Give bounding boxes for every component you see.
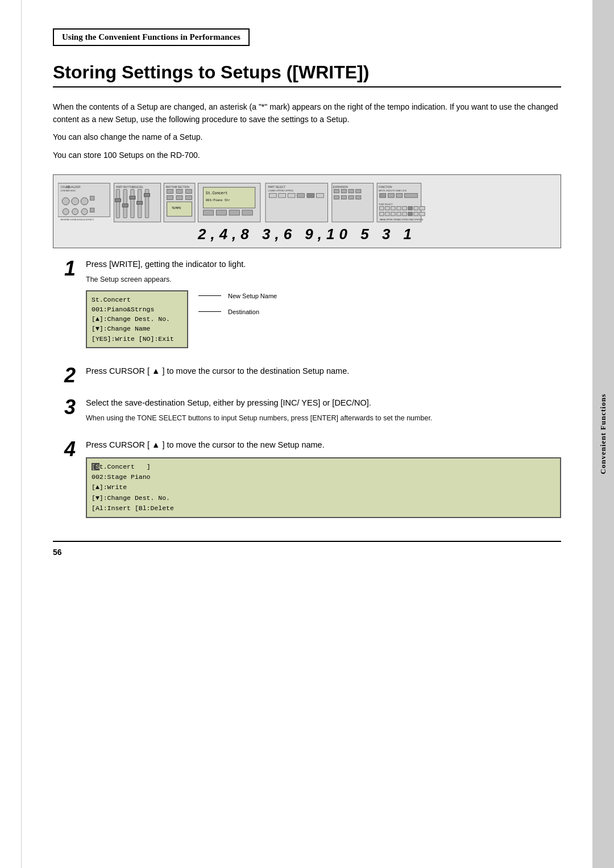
page-title: Storing Settings to Setups ([WRITE]) [53, 62, 561, 87]
step-1-sub-text: The Setup screen appears. [86, 274, 561, 285]
step-3-number: 3 [53, 397, 76, 418]
svg-rect-55 [341, 189, 346, 193]
svg-text:LOWER UPPER2 UPPER1: LOWER UPPER2 UPPER1 [268, 190, 294, 192]
svg-rect-48 [288, 193, 295, 197]
svg-rect-28 [176, 189, 182, 193]
step-4-main-text: Press CURSOR [ ▲ ] to move the cursor to… [86, 439, 561, 452]
svg-rect-84 [414, 212, 418, 215]
step-4-block: 4 Press CURSOR [ ▲ ] to move the cursor … [53, 439, 561, 524]
lcd2-line3: [▲]:Write [92, 482, 555, 493]
step-2-content: Press CURSOR [ ▲ ] to move the cursor to… [86, 365, 561, 381]
lcd-label-new-setup-text: New Setup Name [228, 293, 277, 299]
main-content: Using the Convenient Functions in Perfor… [22, 0, 592, 868]
step-3-block: 3 Select the save-destination Setup, eit… [53, 397, 561, 428]
svg-rect-66 [388, 193, 394, 197]
svg-rect-47 [279, 193, 286, 197]
svg-rect-62 [377, 183, 421, 222]
svg-rect-81 [397, 212, 401, 215]
svg-rect-17 [131, 189, 134, 218]
svg-rect-31 [176, 195, 182, 199]
svg-text:EQUALIZER: EQUALIZER [66, 185, 81, 188]
svg-rect-51 [316, 193, 323, 197]
lcd-screen-1: St.Concert 001:Piano&Strngs [▲]:Change D… [86, 290, 188, 348]
body-paragraph-2: You can also change the name of a Setup. [53, 131, 561, 144]
svg-rect-43 [265, 183, 328, 222]
svg-rect-71 [385, 206, 389, 210]
svg-rect-54 [334, 189, 339, 193]
svg-rect-40 [216, 210, 226, 215]
lcd-labels-1: New Setup Name Destination [198, 290, 277, 315]
svg-rect-57 [356, 189, 361, 193]
svg-rect-73 [397, 206, 401, 210]
svg-rect-30 [167, 195, 173, 199]
svg-rect-72 [391, 206, 395, 210]
sidebar-right-label: Convenient Functions [599, 394, 608, 474]
svg-rect-77 [420, 206, 425, 210]
svg-rect-20 [115, 199, 121, 202]
step-1-number: 1 [53, 258, 76, 279]
svg-rect-50 [307, 193, 314, 197]
svg-rect-27 [167, 189, 173, 193]
hardware-diagram: COLOR EQUALIZER LOW MID HIGH REVERB CHOR… [53, 174, 561, 248]
svg-text:FUNCTION: FUNCTION [379, 185, 392, 188]
svg-point-5 [72, 198, 79, 205]
svg-point-4 [62, 198, 69, 205]
svg-rect-70 [380, 206, 384, 210]
page-number: 56 [53, 548, 561, 557]
svg-rect-59 [341, 195, 346, 199]
svg-rect-46 [269, 193, 276, 197]
svg-rect-78 [380, 212, 384, 215]
svg-point-6 [81, 198, 88, 205]
svg-rect-68 [405, 193, 418, 197]
svg-rect-23 [137, 201, 143, 204]
svg-rect-32 [185, 195, 192, 199]
step-2-block: 2 Press CURSOR [ ▲ ] to move the cursor … [53, 365, 561, 386]
step-1-block: 1 Press [WRITE], getting the indicator t… [53, 258, 561, 354]
svg-rect-22 [130, 196, 135, 199]
svg-point-8 [63, 208, 69, 215]
lcd2-line4: [▼]:Change Dest. No. [92, 493, 555, 503]
lcd-label-destination: Destination [198, 308, 277, 315]
sidebar-left [0, 0, 22, 868]
svg-rect-42 [242, 210, 252, 215]
svg-rect-16 [123, 189, 127, 218]
lcd1-line5: [YES]:Write [NO]:Exit [92, 334, 182, 344]
svg-rect-56 [349, 189, 354, 193]
sidebar-right: Convenient Functions [592, 0, 614, 868]
svg-rect-85 [420, 212, 425, 215]
svg-text:PARA UPPER ORNMK STRNG PAD STR: PARA UPPER ORNMK STRNG PAD STR/SUS [380, 219, 424, 221]
step-2-number: 2 [53, 365, 76, 386]
svg-rect-76 [414, 206, 418, 210]
step-1-content: Press [WRITE], getting the indicator to … [86, 258, 561, 354]
section-header-text: Using the Convenient Functions in Perfor… [62, 32, 240, 41]
step-4-number: 4 [53, 439, 76, 460]
step-3-main-text: Select the save-destination Setup, eithe… [86, 397, 561, 410]
step-1-main-text: Press [WRITE], getting the indicator to … [86, 258, 561, 271]
svg-rect-39 [204, 210, 214, 215]
svg-rect-60 [349, 195, 354, 199]
svg-text:LOW  MID  HIGH: LOW MID HIGH [61, 190, 76, 192]
svg-point-9 [72, 208, 78, 215]
svg-text:001:Piano Str: 001:Piano Str [206, 198, 230, 202]
svg-rect-79 [385, 212, 389, 215]
step-3-sub-text: When using the TONE SELECT buttons to in… [86, 413, 561, 423]
diagram-numbers: 2,4,8 3,6 9,10 5 3 1 [53, 226, 561, 243]
svg-rect-80 [391, 212, 395, 215]
svg-text:RHYTHM SECTION: RHYTHM SECTION [166, 185, 189, 188]
svg-rect-67 [396, 193, 403, 197]
lcd2-line5: [Al:Insert [Bl:Delete [92, 503, 555, 514]
svg-rect-75 [408, 206, 412, 210]
svg-text:St.Concert: St.Concert [206, 191, 227, 195]
body-paragraph-1: When the contents of a Setup are changed… [53, 101, 561, 126]
svg-rect-11 [90, 208, 94, 212]
svg-rect-58 [334, 195, 339, 199]
page-container: Using the Convenient Functions in Perfor… [0, 0, 614, 868]
lcd1-line3: [▲]:Change Dest. No. [92, 314, 182, 324]
svg-text:EXPANSION: EXPANSION [333, 185, 348, 188]
svg-text:TEMPO: TEMPO [172, 206, 181, 210]
svg-rect-49 [297, 193, 305, 197]
svg-point-10 [81, 208, 88, 215]
lcd-label-destination-text: Destination [228, 308, 259, 315]
step-3-content: Select the save-destination Setup, eithe… [86, 397, 561, 428]
lcd1-line2: 001:Piano&Strngs [92, 304, 182, 314]
